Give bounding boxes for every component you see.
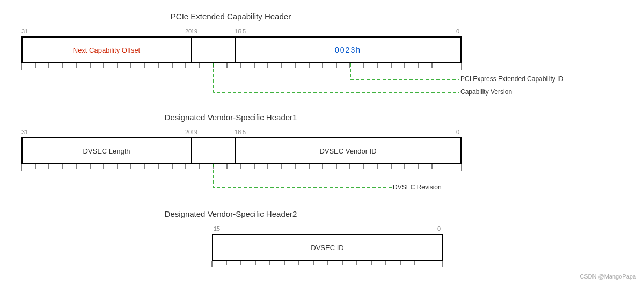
register-2: DVSEC Length DVSEC Vendor ID: [21, 137, 462, 164]
bit-label-19: 19: [191, 28, 197, 34]
bit-label2-19: 19: [191, 129, 197, 135]
field-next-cap-offset: Next Capability Offset: [23, 38, 192, 62]
annotation-pci-express-cap-id: PCI Express Extended Capability ID: [460, 75, 564, 83]
annotation-dvsec-revision: DVSEC Revision: [393, 184, 442, 191]
bit-label-15: 15: [239, 28, 246, 34]
bit-label-0: 0: [456, 28, 459, 34]
field-dvsec-length: DVSEC Length: [23, 138, 192, 163]
field-dvsec-vendor-id: DVSEC Vendor ID: [236, 138, 460, 163]
bit-label3-0: 0: [437, 225, 441, 232]
field2-bits-19-16: [192, 138, 236, 163]
section-title-3: Designated Vendor-Specific Header2: [0, 209, 462, 218]
field-dvsec-id: DVSEC ID: [213, 235, 442, 260]
section-title-1: PCIe Extended Capability Header: [0, 12, 462, 21]
register-1: Next Capability Offset 0023h: [21, 36, 462, 63]
field-dvsec-vendor-id-label: DVSEC Vendor ID: [319, 147, 376, 155]
bit-label2-31: 31: [21, 129, 28, 135]
section-title-2: Designated Vendor-Specific Header1: [0, 113, 462, 122]
field-dvsec-id-label: DVSEC ID: [311, 244, 343, 252]
watermark: CSDN @MangoPapa: [580, 273, 636, 280]
bit-label3-15: 15: [214, 225, 220, 232]
annotation-capability-version: Capability Version: [460, 88, 512, 96]
bit-label2-0: 0: [456, 129, 459, 135]
field-bits-19-16: [192, 38, 236, 62]
field-dvsec-length-label: DVSEC Length: [83, 147, 130, 155]
bit-label2-15: 15: [239, 129, 246, 135]
tick-marks-1: // Generate tick marks: [21, 63, 462, 70]
bit-label-31: 31: [21, 28, 28, 34]
field-0023h-label: 0023h: [335, 46, 361, 54]
diagram-container: PCIe Extended Capability Header 31 20 19…: [0, 0, 644, 285]
field-next-cap-offset-label: Next Capability Offset: [73, 46, 140, 54]
register-3: DVSEC ID: [212, 234, 443, 261]
field-0023h: 0023h: [236, 38, 460, 62]
